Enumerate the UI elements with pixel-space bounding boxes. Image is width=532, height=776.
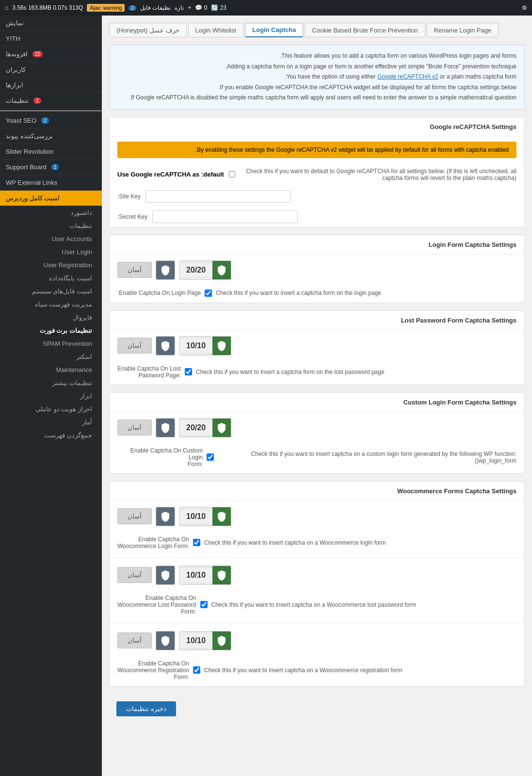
login-captcha-shield bbox=[212, 261, 231, 279]
sidebar-item-wp-external[interactable]: WP External Links bbox=[0, 175, 102, 191]
sidebar-sub-spam[interactable]: SPAM Prevention bbox=[0, 337, 102, 350]
sidebar-sub-user-registration[interactable]: User Registration bbox=[0, 259, 102, 272]
sidebar-item-tools[interactable]: ابزارها bbox=[0, 78, 102, 93]
tab-rename-login[interactable]: Rename Login Page bbox=[427, 23, 499, 37]
sidebar: نمایش YITH 22 افزونه‌ها کاربران ابزارها … bbox=[0, 16, 102, 776]
login-captcha-easy-btn[interactable]: آسان bbox=[117, 262, 152, 278]
sidebar-item-users[interactable]: کاربران bbox=[0, 62, 102, 78]
sidebar-sub-settings[interactable]: تنظیمات bbox=[0, 219, 102, 232]
custom-captcha-score-box: 20/20 bbox=[179, 418, 231, 437]
save-button[interactable]: ذخیره تنظیمات bbox=[116, 701, 176, 716]
sidebar-sub-firewall[interactable]: فایروال bbox=[0, 311, 102, 324]
main-content: (Honeypot) خرف عسل Login Whitelist Login… bbox=[102, 16, 532, 776]
sidebar-item-label: کاربران bbox=[6, 66, 26, 73]
sidebar-item-label: Support Board bbox=[6, 163, 47, 171]
sidebar-sub-stats[interactable]: آمار bbox=[0, 416, 102, 429]
woo-reg-easy-btn[interactable]: آسان bbox=[117, 632, 152, 648]
lost-captcha-label: Enable Captcha On Lost:Password Page bbox=[117, 365, 181, 379]
sidebar-item-yoast[interactable]: 2 Yoast SEO bbox=[0, 113, 102, 129]
sidebar-sub-log[interactable]: جمع‌گردن فهرست bbox=[0, 429, 102, 442]
login-captcha-section: Login Form Captcha Settings 20/20 آسان C… bbox=[109, 235, 525, 303]
settings-icon[interactable]: ⚙ bbox=[522, 4, 527, 11]
tab-honeypot[interactable]: (Honeypot) خرف عسل bbox=[109, 23, 187, 37]
custom-captcha-score: 20/20 bbox=[179, 420, 212, 435]
custom-captcha-easy-btn[interactable]: آسان bbox=[117, 420, 152, 436]
woo-lost-checkbox[interactable] bbox=[200, 601, 208, 608]
sidebar-sub-user-accounts[interactable]: User Accounts bbox=[0, 232, 102, 245]
sidebar-item-label: نمایش bbox=[6, 19, 24, 27]
sidebar-item-slider[interactable]: Slider Revolution bbox=[0, 144, 102, 160]
wp-layout: نمایش YITH 22 افزونه‌ها کاربران ابزارها … bbox=[0, 16, 532, 776]
woo-captcha-title: Woocommerce Forms Captcha Settings bbox=[110, 482, 524, 501]
use-default-checkbox[interactable] bbox=[229, 171, 235, 178]
sidebar-item-label: Slider Revolution bbox=[6, 148, 53, 155]
admin-bar-left: ⌂ 3.56s 163.8MB 0.07s 313Q Ajax: warning… bbox=[5, 4, 226, 12]
sidebar-item-yith[interactable]: YITH bbox=[0, 31, 102, 47]
sidebar-sub-tools[interactable]: ابزار bbox=[0, 389, 102, 403]
lost-captcha-easy-btn[interactable]: آسان bbox=[117, 338, 152, 354]
woo-reg-hint: Check this if you want to insert captcha… bbox=[204, 667, 403, 674]
home-icon[interactable]: ⌂ bbox=[5, 4, 8, 11]
sidebar-sub-dashboard[interactable]: داشبورد bbox=[0, 206, 102, 219]
woo-lost-shield bbox=[212, 566, 231, 584]
sidebar-item-settings[interactable]: 1 تنظیمات bbox=[0, 93, 102, 109]
woo-lost-score-box: 10/10 bbox=[179, 566, 231, 585]
login-captcha-shield2 bbox=[156, 261, 175, 279]
lost-password-title: Lost Password Form Captcha Settings bbox=[110, 311, 524, 330]
tab-whitelist[interactable]: Login Whitelist bbox=[188, 23, 244, 37]
custom-captcha-checkbox-row: Check this if you want to insert captcha… bbox=[110, 443, 524, 473]
secret-key-input[interactable] bbox=[152, 210, 298, 223]
woo-reg-checkbox[interactable] bbox=[193, 666, 200, 674]
sidebar-item-display[interactable]: نمایش bbox=[0, 16, 102, 31]
sidebar-sub-file-security[interactable]: امنیت فایل‌های سیستم bbox=[0, 285, 102, 298]
woo-lost-shield2 bbox=[156, 566, 175, 584]
woo-captcha-section: Woocommerce Forms Captcha Settings 10/10… bbox=[109, 481, 525, 687]
plus-icon[interactable]: + bbox=[188, 4, 191, 11]
lost-captcha-shield2 bbox=[156, 337, 175, 355]
sidebar-sub-scanner[interactable]: اسکنر bbox=[0, 350, 102, 363]
sidebar-item-plugins[interactable]: 22 افزونه‌ها bbox=[0, 47, 102, 62]
sidebar-sub-more-settings[interactable]: تنظیمات بیشتر bbox=[0, 376, 102, 389]
sidebar-sub-db-security[interactable]: امنیت پایگاه‌داده bbox=[0, 272, 102, 285]
lost-captcha-checkbox-row: Check this if you want to insert a captc… bbox=[110, 361, 524, 385]
site-key-row: Site Key: bbox=[110, 186, 524, 207]
use-default-row: Check this if you want to default to Goo… bbox=[110, 163, 524, 186]
recaptcha-link[interactable]: Google reCAPTCHA v2 bbox=[377, 73, 438, 80]
sidebar-item-wp-security[interactable]: امنیت کامل وردپرس bbox=[0, 191, 102, 206]
login-captcha-score-box: 20/20 bbox=[179, 260, 231, 280]
custom-captcha-shield bbox=[212, 419, 231, 437]
sidebar-item-link-checker[interactable]: بررسی‌کننده پیوند bbox=[0, 129, 102, 144]
sidebar-item-label: امنیت کامل وردپرس bbox=[6, 194, 60, 202]
google-recaptcha-title: Google reCAPTCHA Settings bbox=[110, 117, 524, 137]
login-captcha-checkbox[interactable] bbox=[205, 290, 212, 297]
settings-badge: 1 bbox=[33, 97, 41, 104]
sidebar-sub-blacklist[interactable]: مدیریت فهرست سیاه bbox=[0, 298, 102, 311]
woo-lost-shield-box2 bbox=[156, 566, 175, 585]
woo-login-checkbox[interactable] bbox=[193, 539, 200, 546]
sidebar-sub-maintenance[interactable]: Maintenance bbox=[0, 363, 102, 376]
lost-captcha-shield bbox=[212, 337, 231, 355]
site-key-input[interactable] bbox=[145, 190, 291, 203]
woo-lost-checkbox-row: Check this if you want to insert captcha… bbox=[110, 591, 524, 621]
sidebar-sub-2fa[interactable]: احراز هویت دو عاملی bbox=[0, 403, 102, 416]
sidebar-sub-brute-force[interactable]: تنظیمات برت فورت bbox=[0, 324, 102, 337]
custom-captcha-shield-box2 bbox=[156, 418, 175, 437]
woo-lost-easy-btn[interactable]: آسان bbox=[117, 567, 152, 583]
woo-reg-shield2 bbox=[156, 631, 175, 650]
info-line-2: Adding a captcha form on a login page or… bbox=[117, 62, 516, 72]
tab-captcha[interactable]: Login Captcha bbox=[245, 23, 303, 37]
custom-captcha-checkbox[interactable] bbox=[207, 453, 214, 461]
woo-login-shield bbox=[212, 507, 231, 526]
tab-brute-force[interactable]: Cookie Based Brute Force Prevention bbox=[305, 23, 425, 37]
sidebar-item-support-board[interactable]: 1 Support Board bbox=[0, 160, 102, 175]
use-default-label: Use Google reCAPTCHA as :default bbox=[117, 171, 224, 178]
login-captcha-title: Login Form Captcha Settings bbox=[110, 235, 524, 255]
custom-captcha-widget: 20/20 آسان bbox=[110, 412, 524, 443]
lost-captcha-checkbox[interactable] bbox=[185, 368, 192, 375]
sidebar-sub-user-login[interactable]: User Login bbox=[0, 245, 102, 259]
comment-count[interactable]: 💬 0 bbox=[195, 4, 207, 11]
update-count[interactable]: 🔄 23 bbox=[211, 4, 226, 11]
notif-badge[interactable]: 2 bbox=[129, 5, 136, 11]
woo-login-easy-btn[interactable]: آسان bbox=[117, 508, 152, 524]
woo-reg-shield bbox=[212, 631, 231, 650]
